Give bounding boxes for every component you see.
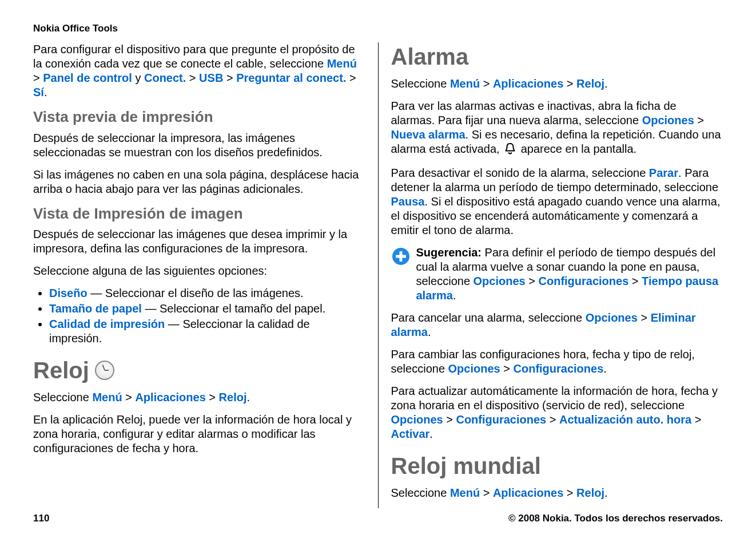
paragraph: Para ver las alarmas activas e inactivas… <box>391 99 723 158</box>
breadcrumb-separator: > <box>691 413 701 426</box>
link-opciones[interactable]: Opciones <box>391 413 443 426</box>
link-actualizacion-auto-hora[interactable]: Actualización auto. hora <box>559 413 691 426</box>
text: . Si el dispositivo está apagado cuando … <box>391 195 721 236</box>
link-pausa[interactable]: Pausa <box>391 195 425 208</box>
heading-clock: Reloj <box>33 356 365 385</box>
text: Para configurar el dispositivo para que … <box>33 43 355 70</box>
link-menu[interactable]: Menú <box>327 57 357 70</box>
link-preguntar-al-conect[interactable]: Preguntar al conect. <box>236 72 346 84</box>
alarm-icon <box>504 142 516 158</box>
tip-plus-icon <box>391 247 411 266</box>
heading-print-preview: Vista previa de impresión <box>33 108 365 126</box>
paragraph: En la aplicación Reloj, puede ver la inf… <box>33 413 365 456</box>
paragraph: Después de seleccionar las imágenes que … <box>33 227 365 256</box>
breadcrumb-separator: > <box>638 311 651 324</box>
text: Seleccione <box>391 486 450 499</box>
link-aplicaciones[interactable]: Aplicaciones <box>493 77 563 90</box>
list-item: Tamaño de papel — Seleccionar el tamaño … <box>49 302 365 316</box>
link-opciones[interactable]: Opciones <box>474 275 526 287</box>
link-menu[interactable]: Menú <box>450 77 480 90</box>
svg-rect-2 <box>396 255 406 258</box>
link-conect[interactable]: Conect. <box>144 72 186 84</box>
paragraph: Si las imágenes no caben en una sola pág… <box>33 168 365 196</box>
heading-clock-label: Reloj <box>33 356 89 385</box>
text: Para ver las alarmas activas e inactivas… <box>391 100 677 126</box>
breadcrumb-separator: > <box>443 413 456 426</box>
text: — Seleccionar el diseño de las imágenes. <box>87 287 304 299</box>
breadcrumb-separator: > <box>480 77 493 90</box>
page-number: 110 <box>33 513 49 524</box>
paragraph: Seleccione Menú > Aplicaciones > Reloj. <box>33 390 365 405</box>
breadcrumb-separator: > <box>628 275 642 287</box>
page-header: Nokia Office Tools <box>33 23 723 34</box>
tip-block: Sugerencia: Para definir el período de t… <box>391 246 723 303</box>
breadcrumb-separator: > <box>694 114 704 126</box>
list-item: Calidad de impresión — Seleccionar la ca… <box>49 317 365 346</box>
link-tamano-papel[interactable]: Tamaño de papel <box>49 302 142 315</box>
paragraph: Seleccione Menú > Aplicaciones > Reloj. <box>391 77 723 91</box>
link-nueva-alarma[interactable]: Nueva alarma <box>391 128 465 141</box>
link-reloj[interactable]: Reloj <box>576 486 604 499</box>
link-configuraciones[interactable]: Configuraciones <box>456 413 546 426</box>
breadcrumb-separator: > <box>223 72 236 84</box>
text: Para cancelar una alarma, seleccione <box>391 311 586 324</box>
link-aplicaciones[interactable]: Aplicaciones <box>493 486 563 499</box>
link-parar[interactable]: Parar <box>649 167 678 179</box>
link-configuraciones[interactable]: Configuraciones <box>539 275 629 287</box>
heading-image-print-view: Vista de Impresión de imagen <box>33 204 365 223</box>
page-footer: 110 © 2008 Nokia. Todos los derechos res… <box>33 513 723 524</box>
paragraph: Para cambiar las configuraciones hora, f… <box>391 347 723 376</box>
breadcrumb-separator: > <box>500 362 514 375</box>
link-opciones[interactable]: Opciones <box>448 362 500 375</box>
paragraph: Seleccione alguna de las siguientes opci… <box>33 264 365 278</box>
clock-icon <box>95 361 114 380</box>
text: aparece en la pantalla. <box>518 143 636 155</box>
paragraph: Para actualizar automáticamente la infor… <box>391 384 723 441</box>
link-calidad-impresion[interactable]: Calidad de impresión <box>49 318 165 330</box>
link-opciones[interactable]: Opciones <box>642 114 694 126</box>
paragraph: Después de seleccionar la impresora, las… <box>33 131 365 160</box>
left-column: Para configurar el dispositivo para que … <box>33 42 378 508</box>
tip-label: Sugerencia: <box>416 246 485 259</box>
link-opciones[interactable]: Opciones <box>586 311 638 324</box>
breadcrumb-separator: > <box>186 72 199 84</box>
breadcrumb-separator: > <box>346 72 356 84</box>
paragraph: Seleccione Menú > Aplicaciones > Reloj. <box>391 486 723 500</box>
heading-world-clock: Reloj mundial <box>391 452 723 480</box>
text: Seleccione <box>33 391 92 403</box>
link-menu[interactable]: Menú <box>450 486 480 499</box>
text: Seleccione <box>391 77 450 90</box>
breadcrumb-separator: > <box>563 486 576 499</box>
link-usb[interactable]: USB <box>199 72 223 84</box>
text: — Seleccionar el tamaño del papel. <box>142 302 325 315</box>
breadcrumb-separator: > <box>122 391 136 403</box>
link-panel-de-control[interactable]: Panel de control <box>43 72 132 84</box>
link-diseno[interactable]: Diseño <box>49 287 87 299</box>
tip-text: Sugerencia: Para definir el período de t… <box>416 246 723 303</box>
text: y <box>132 72 144 84</box>
copyright: © 2008 Nokia. Todos los derechos reserva… <box>508 513 723 524</box>
breadcrumb-separator: > <box>33 72 43 84</box>
paragraph: Para configurar el dispositivo para que … <box>33 42 365 100</box>
link-aplicaciones[interactable]: Aplicaciones <box>135 391 205 403</box>
breadcrumb-separator: > <box>526 275 539 287</box>
link-menu[interactable]: Menú <box>92 391 122 403</box>
link-activar[interactable]: Activar <box>391 428 430 440</box>
link-configuraciones[interactable]: Configuraciones <box>514 362 604 375</box>
breadcrumb-separator: > <box>480 486 493 499</box>
link-si[interactable]: Sí <box>33 86 44 98</box>
text: Para actualizar automáticamente la infor… <box>391 385 718 412</box>
breadcrumb-separator: > <box>563 77 576 90</box>
paragraph: Para cancelar una alarma, seleccione Opc… <box>391 311 723 339</box>
options-list: Diseño — Seleccionar el diseño de las im… <box>33 286 365 346</box>
paragraph: Para desactivar el sonido de la alarma, … <box>391 166 723 238</box>
heading-alarm: Alarma <box>391 42 723 71</box>
breadcrumb-separator: > <box>546 413 559 426</box>
text: Para desactivar el sonido de la alarma, … <box>391 167 649 179</box>
list-item: Diseño — Seleccionar el diseño de las im… <box>49 286 365 300</box>
link-reloj[interactable]: Reloj <box>219 391 247 403</box>
right-column: Alarma Seleccione Menú > Aplicaciones > … <box>378 42 723 508</box>
breadcrumb-separator: > <box>206 391 219 403</box>
link-reloj[interactable]: Reloj <box>576 77 604 90</box>
